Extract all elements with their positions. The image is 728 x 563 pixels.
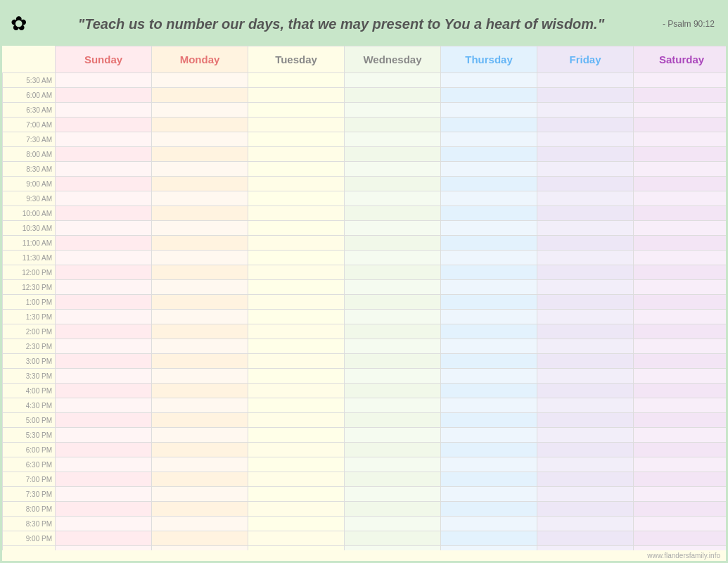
day-cell[interactable] — [634, 384, 727, 398]
day-cell[interactable] — [56, 221, 152, 236]
day-cell[interactable] — [537, 502, 634, 517]
day-cell[interactable] — [152, 502, 248, 517]
day-cell[interactable] — [537, 457, 634, 472]
day-cell[interactable] — [634, 191, 727, 206]
day-cell[interactable] — [345, 147, 441, 162]
day-cell[interactable] — [152, 339, 248, 354]
day-cell[interactable] — [634, 502, 727, 517]
day-cell[interactable] — [634, 428, 727, 443]
day-cell[interactable] — [441, 457, 537, 472]
day-cell[interactable] — [345, 236, 441, 251]
day-cell[interactable] — [537, 339, 634, 354]
day-cell[interactable] — [345, 457, 441, 472]
day-cell[interactable] — [248, 206, 345, 221]
day-cell[interactable] — [152, 280, 248, 295]
day-cell[interactable] — [537, 531, 634, 546]
day-cell[interactable] — [152, 206, 248, 221]
day-cell[interactable] — [248, 147, 345, 162]
day-cell[interactable] — [634, 236, 727, 251]
day-cell[interactable] — [441, 191, 537, 206]
day-cell[interactable] — [634, 177, 727, 191]
day-cell[interactable] — [537, 118, 634, 132]
day-cell[interactable] — [537, 398, 634, 413]
day-cell[interactable] — [634, 206, 727, 221]
day-cell[interactable] — [634, 472, 727, 487]
day-cell[interactable] — [634, 103, 727, 118]
day-cell[interactable] — [56, 236, 152, 251]
day-cell[interactable] — [537, 472, 634, 487]
day-cell[interactable] — [537, 517, 634, 531]
day-cell[interactable] — [634, 531, 727, 546]
day-cell[interactable] — [152, 132, 248, 147]
day-cell[interactable] — [634, 354, 727, 369]
day-cell[interactable] — [56, 280, 152, 295]
day-cell[interactable] — [56, 324, 152, 339]
day-cell[interactable] — [345, 472, 441, 487]
day-cell[interactable] — [56, 398, 152, 413]
day-cell[interactable] — [441, 88, 537, 103]
day-cell[interactable] — [345, 88, 441, 103]
day-cell[interactable] — [56, 310, 152, 324]
day-cell[interactable] — [441, 428, 537, 443]
day-cell[interactable] — [345, 191, 441, 206]
day-cell[interactable] — [634, 73, 727, 88]
day-cell[interactable] — [537, 295, 634, 310]
day-cell[interactable] — [441, 487, 537, 502]
day-cell[interactable] — [634, 295, 727, 310]
day-cell[interactable] — [537, 369, 634, 384]
day-cell[interactable] — [345, 502, 441, 517]
day-cell[interactable] — [441, 132, 537, 147]
day-cell[interactable] — [634, 118, 727, 132]
day-cell[interactable] — [248, 251, 345, 265]
day-cell[interactable] — [248, 398, 345, 413]
day-cell[interactable] — [56, 443, 152, 457]
day-cell[interactable] — [345, 280, 441, 295]
day-cell[interactable] — [537, 88, 634, 103]
day-cell[interactable] — [248, 457, 345, 472]
day-cell[interactable] — [634, 487, 727, 502]
day-cell[interactable] — [441, 398, 537, 413]
day-cell[interactable] — [248, 280, 345, 295]
day-cell[interactable] — [537, 221, 634, 236]
day-cell[interactable] — [634, 251, 727, 265]
day-cell[interactable] — [56, 73, 152, 88]
day-cell[interactable] — [345, 177, 441, 191]
day-cell[interactable] — [56, 428, 152, 443]
day-cell[interactable] — [441, 339, 537, 354]
day-cell[interactable] — [248, 324, 345, 339]
day-cell[interactable] — [441, 310, 537, 324]
day-cell[interactable] — [537, 443, 634, 457]
day-cell[interactable] — [345, 73, 441, 88]
day-cell[interactable] — [248, 177, 345, 191]
day-cell[interactable] — [441, 118, 537, 132]
day-cell[interactable] — [56, 103, 152, 118]
day-cell[interactable] — [248, 103, 345, 118]
day-cell[interactable] — [345, 206, 441, 221]
day-cell[interactable] — [345, 324, 441, 339]
day-cell[interactable] — [56, 384, 152, 398]
day-cell[interactable] — [152, 88, 248, 103]
day-cell[interactable] — [248, 413, 345, 428]
day-cell[interactable] — [441, 221, 537, 236]
day-cell[interactable] — [634, 369, 727, 384]
day-cell[interactable] — [634, 88, 727, 103]
day-cell[interactable] — [441, 265, 537, 280]
day-cell[interactable] — [152, 517, 248, 531]
day-cell[interactable] — [345, 221, 441, 236]
day-cell[interactable] — [441, 502, 537, 517]
day-cell[interactable] — [537, 147, 634, 162]
day-cell[interactable] — [56, 162, 152, 177]
day-cell[interactable] — [152, 118, 248, 132]
day-cell[interactable] — [345, 132, 441, 147]
day-cell[interactable] — [441, 413, 537, 428]
day-cell[interactable] — [441, 324, 537, 339]
day-cell[interactable] — [634, 339, 727, 354]
day-cell[interactable] — [441, 177, 537, 191]
day-cell[interactable] — [345, 398, 441, 413]
day-cell[interactable] — [56, 88, 152, 103]
day-cell[interactable] — [345, 162, 441, 177]
day-cell[interactable] — [248, 265, 345, 280]
day-cell[interactable] — [152, 236, 248, 251]
day-cell[interactable] — [441, 384, 537, 398]
day-cell[interactable] — [248, 502, 345, 517]
